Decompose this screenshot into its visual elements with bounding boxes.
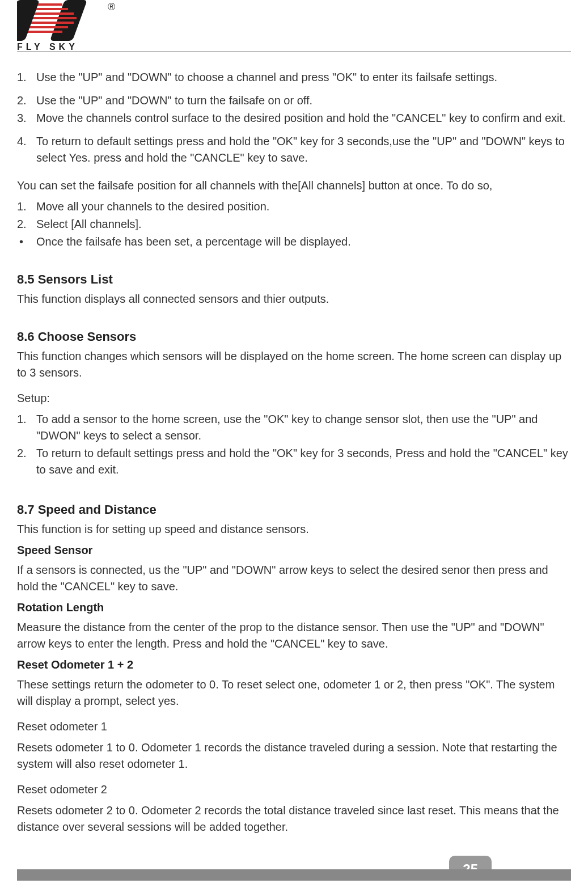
list-text: To return to default settings press and … [36,445,571,478]
list-text: Select [All channels]. [36,216,571,232]
paragraph: Measure the distance from the center of … [17,619,571,652]
subheading-rotation-length: Rotation Length [17,599,571,616]
list-text: To add a sensor to the home screen, use … [36,411,571,444]
list-text: Move all your channels to the desired po… [36,198,571,215]
paragraph: Resets odometer 1 to 0. Odometer 1 recor… [17,739,571,772]
list-text: Once the failsafe has been set, a percen… [36,234,571,250]
section-heading-8-5: 8.5 Sensors List [17,270,571,289]
list-text: Use the "UP" and "DOWN" to choose a chan… [36,69,571,86]
failsafe-steps-list: 1. Use the "UP" and "DOWN" to choose a c… [17,69,571,166]
list-number: 2. [17,216,36,232]
registered-icon: ® [108,1,115,13]
footer-bar [17,869,571,881]
paragraph: Resets odometer 2 to 0. Odometer 2 recor… [17,802,571,835]
list-item: 2. Use the "UP" and "DOWN" to turn the f… [17,92,571,109]
paragraph: If a sensors is connected, us the "UP" a… [17,562,571,595]
list-text: Move the channels control surface to the… [36,110,571,126]
page-content: 1. Use the "UP" and "DOWN" to choose a c… [17,69,571,835]
list-text: Use the "UP" and "DOWN" to turn the fail… [36,92,571,109]
list-number: 1. [17,69,36,86]
section-desc: This function displays all connected sen… [17,291,571,307]
list-item: 1. Move all your channels to the desired… [17,198,571,215]
choose-sensors-steps: 1. To add a sensor to the home screen, u… [17,411,571,478]
list-item: 1. Use the "UP" and "DOWN" to choose a c… [17,69,571,86]
subheading-reset-odometer: Reset Odometer 1 + 2 [17,657,571,673]
all-channels-intro: You can set the failsafe position for al… [17,177,571,194]
page-footer: 25 [17,869,571,881]
brand-logo: FLY SKY [17,0,102,52]
flysky-logo-icon [17,0,102,41]
section-heading-8-6: 8.6 Choose Sensors [17,328,571,346]
list-item: 4. To return to default settings press a… [17,133,571,166]
svg-rect-8 [17,0,40,41]
list-item: 2. To return to default settings press a… [17,445,571,478]
setup-label: Setup: [17,390,571,407]
list-text: To return to default settings press and … [36,133,571,166]
list-number: 1. [17,198,36,215]
list-item: 2. Select [All channels]. [17,216,571,232]
reset-odometer-1-title: Reset odometer 1 [17,718,571,735]
section-heading-8-7: 8.7 Speed and Distance [17,501,571,519]
list-item: 1. To add a sensor to the home screen, u… [17,411,571,444]
bullet-icon: • [17,234,36,250]
list-item: 3. Move the channels control surface to … [17,110,571,126]
list-item: • Once the failsafe has been set, a perc… [17,234,571,250]
section-desc: This function changes which sensors will… [17,348,571,381]
subheading-speed-sensor: Speed Sensor [17,542,571,559]
section-desc: This function is for setting up speed an… [17,521,571,538]
list-number: 4. [17,133,36,166]
list-number: 3. [17,110,36,126]
list-number: 2. [17,445,36,478]
brand-text: FLY SKY [17,42,78,52]
all-channels-steps: 1. Move all your channels to the desired… [17,198,571,250]
page-header: FLY SKY ® [17,0,571,52]
paragraph: These settings return the odometer to 0.… [17,677,571,709]
svg-rect-0 [50,0,87,41]
list-number: 2. [17,92,36,109]
manual-page: FLY SKY ® 1. Use the "UP" and "DOWN" to … [0,0,588,835]
list-number: 1. [17,411,36,444]
reset-odometer-2-title: Reset odometer 2 [17,781,571,798]
